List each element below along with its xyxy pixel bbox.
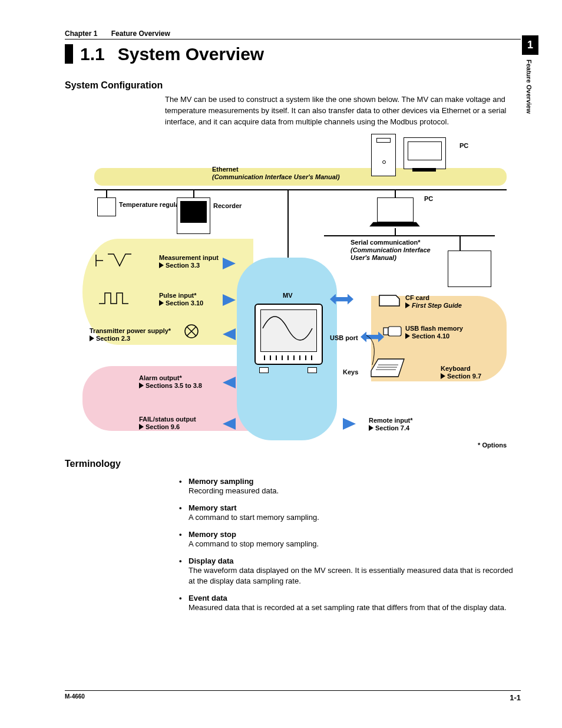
pc-label-2: PC [424,195,433,202]
page-number: 1-1 [510,693,521,702]
doc-id: M-4660 [65,693,85,702]
eth-drop [395,189,396,197]
term-item: Memory sampling Recording measured data. [189,477,521,496]
serial-drop [395,228,396,236]
svg-rect-2 [388,327,401,336]
terminology-heading: Terminology [65,459,521,469]
term-desc: A command to start memory sampling. [189,512,521,523]
transmitter-label: Transmitter power supply* Section 2.3 [90,327,171,342]
term-desc: Measured data that is recorded at a set … [189,602,521,613]
keyboard-text: Keyboard [441,365,471,372]
arrow-right-icon [343,418,356,430]
transmitter-text: Transmitter power supply* [90,327,171,334]
system-config-heading: System Configuration [65,80,521,91]
term-title: Memory sampling [189,477,521,486]
alarm-output-text: Alarm output* [139,374,182,381]
transmitter-ref: Section 2.3 [96,335,130,342]
ref-arrow-icon [90,335,96,342]
term-item: Memory start A command to start memory s… [189,503,521,523]
laptop-base [369,222,421,227]
term-desc: Recording measured data. [189,486,521,496]
term-title: Display data [189,556,521,565]
remote-input-ref: Section 7.4 [375,424,409,431]
pc-monitor-base [412,168,436,172]
term-title: Event data [189,594,521,602]
connector-line [365,334,389,370]
ref-arrow-icon [159,299,166,307]
usb-flash-label: USB flash memory Section 4.10 [405,325,463,340]
measurement-input-label: Measurement input Section 3.3 [159,254,219,269]
measurement-input-ref: Section 3.3 [166,262,200,269]
measurement-input-text: Measurement input [159,254,219,261]
eth-drop [193,189,194,197]
alarm-output-label: Alarm output* Sections 3.5 to 3.8 [139,374,202,390]
page: 1 Feature Overview Chapter 1 Feature Ove… [0,0,562,728]
section-bar [65,44,73,64]
keys-label: Keys [343,368,358,376]
ref-arrow-icon [139,382,146,389]
serial-comm-label: Serial communication* (Communication Int… [351,239,445,262]
term-desc: A command to stop memory sampling. [189,539,521,549]
pulse-icon [98,291,139,306]
transmitter-icon [184,324,199,339]
temp-regulator-icon [97,197,116,216]
eth-drop [287,189,289,260]
pc-label-1: PC [459,142,468,149]
arrow-left-icon [223,418,236,430]
serial-line [324,235,495,236]
mv-label: MV [283,292,293,299]
term-title: Memory stop [189,530,521,539]
pc-tower-icon [371,134,396,176]
mv-foot [308,367,317,373]
laptop-screen [377,197,414,222]
term-item: Display data The waveform data displayed… [189,556,521,587]
system-config-paragraph: The MV can be used to construct a system… [165,94,521,128]
side-tab-label: Feature Overview [525,55,533,114]
remote-input-text: Remote input* [369,417,413,424]
chapter-header: Chapter 1 Feature Overview [65,29,521,39]
recorder-label: Recorder [213,202,242,210]
serial-comm-sub: (Communication Interface User's Manual) [351,246,431,261]
recorder-icon [177,197,210,234]
keyboard-label: Keyboard Section 9.7 [441,365,481,380]
section-number: 1.1 [80,44,105,64]
chapter-label: Chapter 1 [65,29,97,38]
usb-flash-ref: Section 4.10 [412,332,449,340]
pulse-input-label: Pulse input* Section 3.10 [159,292,203,307]
keyboard-ref: Section 9.7 [447,373,481,380]
chapter-title: Feature Overview [111,29,170,38]
fail-output-label: FAIL/status output Section 9.6 [139,416,196,431]
arrow-right-icon [223,258,236,269]
ref-arrow-icon [369,424,375,431]
term-title: Memory start [189,503,521,512]
arrow-left-icon [223,328,236,340]
laptop-icon [371,197,418,228]
options-footnote: * Options [478,442,507,449]
ref-arrow-icon [139,423,146,430]
alarm-output-ref: Sections 3.5 to 3.8 [146,382,202,389]
mv-foot [259,367,269,373]
term-item: Event data Measured data that is recorde… [189,594,521,613]
serial-comm-title: Serial communication* [351,239,421,246]
usb-port-label: USB port [330,334,358,342]
arrow-left-icon [223,377,236,388]
section-title: 1.1 System Overview [65,44,521,64]
serial-device-icon [448,251,491,287]
usb-flash-text: USB flash memory [405,325,463,332]
mv-sine-icon [262,311,313,346]
ethernet-bus-line [94,189,507,190]
pc-monitor-icon [404,137,446,169]
ref-arrow-icon [405,332,412,340]
arrow-right-icon [223,294,236,306]
system-diagram: Ethernet (Communication Interface User's… [82,134,507,449]
fail-output-ref: Section 9.6 [146,423,180,430]
cf-card-label: CF card First Step Guide [405,294,462,309]
eth-drop [106,189,107,197]
ref-arrow-icon [159,262,166,269]
ethernet-sub: (Communication Interface User's Manual) [212,173,340,180]
cf-card-text: CF card [405,294,429,301]
ref-arrow-icon [441,373,447,380]
cf-card-icon [377,293,401,308]
pulse-input-text: Pulse input* [159,292,197,299]
terminology-list: Memory sampling Recording measured data.… [165,477,521,614]
